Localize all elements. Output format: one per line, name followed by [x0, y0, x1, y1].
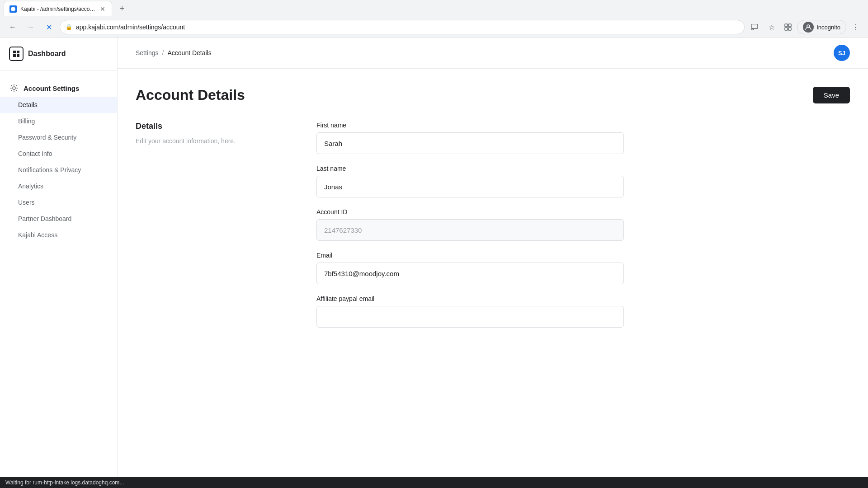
details-section-description: Edit your account information, here. — [136, 136, 280, 146]
sidebar-item-password-security[interactable]: Password & Security — [0, 129, 117, 145]
user-avatar[interactable]: SJ — [834, 45, 850, 61]
sidebar-item-billing-label: Billing — [18, 117, 35, 125]
account-id-label: Account ID — [316, 208, 624, 216]
browser-toolbar: ← → ✕ 🔒 app.kajabi.com/admin/settings/ac… — [0, 17, 868, 37]
affiliate-paypal-email-label: Affiliate paypal email — [316, 295, 624, 302]
sidebar-item-details[interactable]: Details — [0, 97, 117, 113]
sidebar-item-kajabi-label: Kajabi Access — [18, 231, 57, 239]
dashboard-icon — [9, 47, 24, 61]
account-sub-items: Details Billing Password & Security Cont… — [0, 97, 117, 243]
first-name-input[interactable] — [316, 132, 624, 154]
sidebar-item-contact-label: Contact Info — [18, 150, 52, 157]
status-bar-text: Waiting for rum-http-intake.logs.datadog… — [5, 479, 124, 486]
account-settings-header: Account Settings — [0, 80, 117, 97]
svg-rect-5 — [785, 28, 788, 30]
cast-icon[interactable] — [748, 20, 763, 34]
breadcrumb: Settings / Account Details — [136, 49, 212, 56]
last-name-group: Last name — [316, 165, 624, 197]
back-button[interactable]: ← — [5, 20, 20, 34]
sidebar-item-details-label: Details — [18, 101, 38, 108]
last-name-label: Last name — [316, 165, 624, 172]
bookmark-icon[interactable]: ☆ — [764, 20, 779, 34]
breadcrumb-separator: / — [162, 49, 164, 56]
browser-tab[interactable]: Kajabi - /admin/settings/account ✕ — [4, 1, 112, 16]
svg-point-0 — [11, 7, 15, 11]
sidebar-item-notifications-label: Notifications & Privacy — [18, 166, 81, 174]
sidebar-item-analytics-label: Analytics — [18, 183, 43, 190]
details-section-title: Details — [136, 122, 280, 131]
new-tab-button[interactable]: + — [116, 2, 128, 15]
sidebar-logo-label: Dashboard — [28, 50, 66, 58]
app-layout: Dashboard Account Settings Details — [0, 38, 868, 477]
page-title: Account Details — [136, 87, 245, 103]
details-left-panel: Details Edit your account information, h… — [136, 122, 280, 338]
menu-icon[interactable]: ⋮ — [848, 20, 863, 34]
email-label: Email — [316, 252, 624, 259]
sidebar-logo[interactable]: Dashboard — [0, 38, 117, 68]
sidebar-item-users[interactable]: Users — [0, 194, 117, 211]
sidebar-item-partner-label: Partner Dashboard — [18, 215, 71, 222]
account-settings-gear-icon — [9, 83, 19, 93]
details-right-panel: First name Last name Account ID — [316, 122, 624, 338]
svg-rect-10 — [13, 54, 16, 57]
sidebar-item-analytics[interactable]: Analytics — [0, 178, 117, 194]
affiliate-paypal-email-input[interactable] — [316, 306, 624, 328]
svg-rect-1 — [751, 24, 758, 28]
sidebar-item-partner-dashboard[interactable]: Partner Dashboard — [0, 211, 117, 227]
last-name-input[interactable] — [316, 176, 624, 197]
toolbar-actions: ☆ Incognito ⋮ — [748, 20, 863, 34]
tab-title: Kajabi - /admin/settings/account — [20, 6, 95, 12]
address-bar[interactable]: 🔒 app.kajabi.com/admin/settings/account — [60, 20, 745, 34]
content-area: Account Details Save Details Edit your a… — [118, 69, 868, 477]
svg-rect-9 — [17, 51, 19, 53]
save-button[interactable]: Save — [813, 87, 850, 103]
svg-rect-11 — [17, 54, 19, 57]
breadcrumb-current: Account Details — [167, 49, 211, 56]
svg-rect-8 — [13, 51, 16, 53]
first-name-group: First name — [316, 122, 624, 154]
email-input[interactable] — [316, 263, 624, 284]
sidebar-item-password-label: Password & Security — [18, 134, 76, 141]
tab-favicon — [9, 5, 17, 13]
sidebar-item-billing[interactable]: Billing — [0, 113, 117, 129]
extensions-icon[interactable] — [781, 20, 795, 34]
sidebar-item-notifications-privacy[interactable]: Notifications & Privacy — [0, 162, 117, 178]
account-id-input — [316, 219, 624, 241]
account-settings-title: Account Settings — [24, 84, 79, 92]
svg-rect-6 — [788, 28, 791, 30]
sidebar-item-contact-info[interactable]: Contact Info — [0, 145, 117, 162]
sidebar-item-kajabi-access[interactable]: Kajabi Access — [0, 227, 117, 243]
main-header: Settings / Account Details SJ — [118, 38, 868, 69]
status-bar: Waiting for rum-http-intake.logs.datadog… — [0, 477, 868, 488]
account-settings-section: Account Settings Details Billing Passwor… — [0, 72, 117, 247]
svg-rect-3 — [785, 24, 788, 27]
incognito-label: Incognito — [816, 24, 840, 31]
sidebar-divider-1 — [0, 70, 117, 70]
address-bar-url: app.kajabi.com/admin/settings/account — [76, 23, 739, 31]
browser-chrome: Kajabi - /admin/settings/account ✕ + ← →… — [0, 0, 868, 38]
reload-button[interactable]: ✕ — [42, 20, 56, 34]
address-bar-lock-icon: 🔒 — [66, 24, 72, 30]
sidebar-item-users-label: Users — [18, 199, 35, 206]
incognito-button[interactable]: Incognito — [797, 20, 846, 34]
affiliate-paypal-email-group: Affiliate paypal email — [316, 295, 624, 328]
details-section: Details Edit your account information, h… — [136, 122, 850, 338]
sidebar: Dashboard Account Settings Details — [0, 38, 118, 477]
page-header: Account Details Save — [136, 87, 850, 103]
account-id-group: Account ID — [316, 208, 624, 241]
breadcrumb-settings-link[interactable]: Settings — [136, 49, 159, 56]
svg-point-12 — [13, 87, 15, 89]
forward-button[interactable]: → — [24, 20, 38, 34]
svg-rect-4 — [788, 24, 791, 27]
main-content: Settings / Account Details SJ Account De… — [118, 38, 868, 477]
email-group: Email — [316, 252, 624, 284]
browser-titlebar: Kajabi - /admin/settings/account ✕ + — [0, 0, 868, 17]
incognito-avatar — [803, 22, 814, 33]
tab-close-icon[interactable]: ✕ — [99, 5, 106, 13]
first-name-label: First name — [316, 122, 624, 129]
